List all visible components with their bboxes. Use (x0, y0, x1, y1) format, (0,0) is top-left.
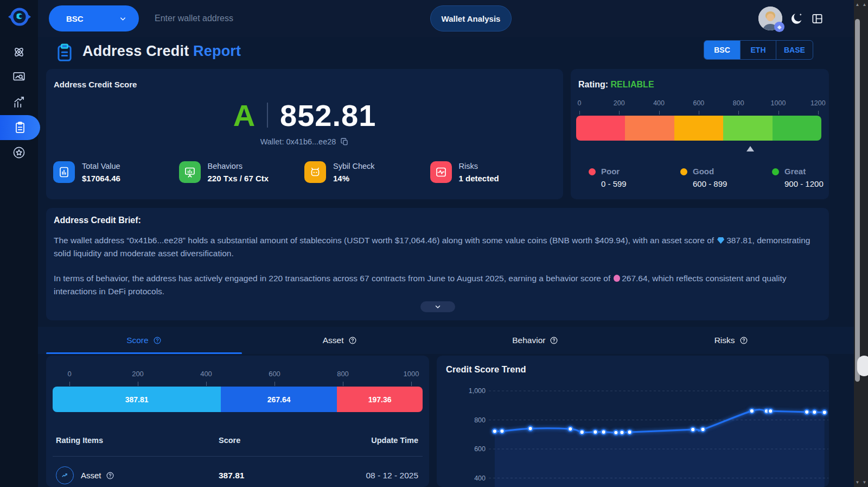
stat-text: Total Value$17064.46 (82, 161, 120, 183)
network-dropdown-label: BSC (66, 14, 119, 23)
trend-data-point (614, 430, 618, 435)
ruler-tick-label: 1000 (404, 370, 419, 378)
rating-items-table-header: Rating Items Score Update Time (46, 436, 429, 453)
wallet-analysis-button[interactable]: Wallet Analysis (430, 5, 512, 31)
page-scrollbar-thumb[interactable] (857, 356, 868, 376)
trend-data-point (805, 409, 809, 414)
rating-tick-label: 600 (693, 99, 704, 107)
question-icon (550, 336, 558, 345)
tab-risks[interactable]: Risks (633, 327, 829, 354)
score-detail-panel: 02004006008001000 387.81267.64197.36 Rat… (46, 356, 429, 487)
trend-area-fill (495, 409, 825, 487)
main-content: Address Credit Report BSCETHBASE Address… (38, 37, 854, 487)
ruler-tick-mark (275, 382, 275, 386)
scroll-up-icon[interactable]: ▲ (861, 2, 868, 7)
trend-data-point (620, 430, 624, 435)
score-stacked-bar: 387.81267.64197.36 (53, 387, 423, 412)
stat-value: 14% (333, 174, 375, 183)
page-title: Address Credit Report (82, 43, 241, 60)
col-rating-items: Rating Items (56, 436, 103, 445)
moon-icon (790, 12, 803, 26)
inner-scrollbar-thumb[interactable] (855, 19, 860, 382)
trend-title: Credit Score Trend (446, 364, 526, 375)
trend-data-point (812, 410, 817, 415)
atom-icon (12, 45, 26, 59)
sidebar-item-chart-growth[interactable] (0, 90, 38, 115)
rating-tick-label: 800 (733, 99, 744, 107)
inner-scrollbar-track[interactable]: ▲ ▼ (854, 0, 861, 487)
scroll-down-icon[interactable]: ▼ (861, 480, 868, 485)
network-tab-eth[interactable]: ETH (740, 41, 776, 59)
rating-tick-mark (619, 111, 620, 115)
chart-growth-icon (12, 95, 26, 109)
rating-legend: Poor0 - 599Good600 - 899Great900 - 1200 (589, 167, 833, 188)
trend-data-point (593, 429, 598, 434)
sidebar-item-screen-search[interactable] (0, 65, 38, 90)
app-logo[interactable] (7, 5, 33, 31)
rating-panel: Rating: RELIABLE 020040060080010001200 P… (571, 69, 829, 199)
sidebar-item-atom[interactable] (0, 40, 38, 65)
tab-score[interactable]: Score (46, 327, 242, 354)
legend-name: Great (784, 167, 824, 176)
col-update-time: Update Time (371, 436, 418, 445)
apps-layout-button[interactable] (809, 11, 825, 26)
legend-name: Good (693, 167, 727, 176)
rating-tick-mark (699, 111, 699, 115)
stat-risks: Risks1 detected (430, 161, 556, 183)
rating-marker-triangle (746, 146, 754, 151)
rating-segment (625, 116, 674, 141)
copy-icon[interactable] (340, 137, 349, 146)
brief-p2-text: In terms of behavior, the address has ac… (54, 274, 610, 283)
legend-poor: Poor0 - 599 (589, 167, 649, 188)
scroll-up-icon[interactable]: ▲ (854, 2, 861, 7)
network-tab-base[interactable]: BASE (776, 41, 813, 59)
question-icon[interactable] (106, 471, 114, 480)
ruler-tick-mark (69, 382, 70, 386)
rating-scale-ticks: 020040060080010001200 (571, 99, 829, 116)
trend-y-tick-label: 800 (457, 416, 486, 424)
stat-total-value: Total Value$17064.46 (53, 161, 179, 183)
brief-p1-text: The wallet address “0x41b6...ee28” holds… (54, 236, 714, 245)
dark-mode-toggle[interactable] (789, 11, 804, 26)
question-icon (153, 336, 162, 345)
robot-icon (304, 161, 326, 183)
wallet-address-input[interactable] (155, 8, 415, 29)
tab-behavior[interactable]: Behavior (438, 327, 634, 354)
legend-text: Poor0 - 599 (601, 167, 627, 188)
credit-score-trend-panel: Credit Score Trend 1,000800600400 (437, 356, 829, 487)
network-dropdown[interactable]: BSC (49, 5, 139, 31)
rating-title: Rating: RELIABLE (578, 80, 654, 90)
question-icon (739, 336, 748, 345)
sidebar-item-report[interactable] (0, 115, 40, 140)
balloon-icon (614, 275, 620, 282)
ruler-tick-label: 0 (67, 370, 71, 378)
chart-board-icon (58, 166, 71, 179)
chart-board-icon (53, 161, 75, 183)
scrollbar-area: ▲ ▼ ▲ ▼ (854, 0, 868, 487)
ruler-tick-mark (343, 382, 343, 386)
expand-brief-button[interactable] (420, 301, 455, 312)
tab-asset[interactable]: Asset (242, 327, 438, 354)
rating-segment (773, 116, 821, 141)
scroll-down-icon[interactable]: ▼ (854, 480, 861, 485)
rating-tick-label: 0 (578, 99, 582, 107)
network-tab-bsc[interactable]: BSC (704, 41, 740, 59)
grade-divider (267, 103, 268, 128)
page-title-accent: Report (193, 43, 241, 59)
page-scrollbar-track[interactable]: ▲ ▼ (861, 0, 868, 487)
user-avatar[interactable]: ◆ (758, 7, 782, 30)
stat-text: Risks1 detected (459, 161, 499, 183)
rating-tick-label: 400 (653, 99, 665, 107)
table-row: Asset387.8108 - 12 - 2025 (46, 462, 429, 487)
brief-paragraph-behavior: In terms of behavior, the address has ac… (54, 272, 821, 298)
rating-label: Rating: (578, 80, 608, 89)
trend-data-point (579, 430, 584, 435)
col-score: Score (219, 436, 240, 445)
pulse-icon (430, 161, 452, 183)
row-item-label: Asset (81, 471, 101, 480)
sidebar-item-star-badge[interactable] (0, 140, 38, 165)
trend-y-tick-label: 400 (457, 475, 486, 482)
pulse-icon (435, 166, 448, 179)
legend-text: Good600 - 899 (693, 167, 727, 188)
credit-score-trend-chart (489, 384, 828, 487)
